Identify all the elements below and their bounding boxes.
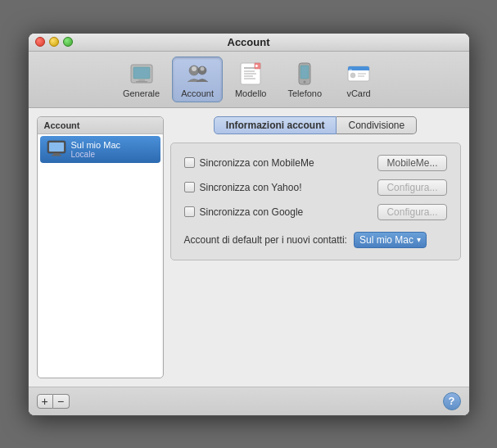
default-account-label: Account di default per i nuovi contatti: [184,234,347,246]
sync-left-yahoo: Sincronizza con Yahoo! [184,182,302,193]
checkbox-mobileme[interactable] [184,157,195,168]
main-window: Account Generale [28,33,470,416]
toolbar-account-label: Account [181,88,214,98]
toolbar: Generale Account [29,52,469,108]
toolbar-modello-label: Modello [235,88,267,98]
svg-rect-2 [138,79,145,81]
svg-text:@: @ [349,68,352,72]
remove-account-button[interactable]: − [53,394,70,409]
select-arrow-icon: ▾ [417,235,421,244]
help-button[interactable]: ? [443,392,461,410]
modello-icon [237,61,264,87]
toolbar-telefono-label: Telefono [287,88,322,98]
sync-row-google: Sincronizza con Google Configura... [184,204,447,220]
traffic-lights [35,37,73,47]
options-panel: Sincronizza con MobileMe MobileMe... Sin… [170,143,461,260]
svg-rect-17 [300,66,309,79]
add-account-button[interactable]: + [37,394,53,409]
main-panel: Informazioni account Condivisione Sincro… [170,116,461,378]
tab-condivisione[interactable]: Condivisione [337,116,417,134]
default-account-row: Account di default per i nuovi contatti:… [184,232,447,248]
svg-point-7 [201,66,205,70]
sidebar-item-subtitle: Locale [71,150,121,159]
account-icon [184,61,210,87]
svg-point-18 [304,80,306,83]
svg-rect-1 [133,67,150,79]
default-account-select[interactable]: Sul mio Mac ▾ [354,232,427,248]
toolbar-generale-label: Generale [123,88,160,98]
svg-rect-27 [49,143,64,152]
generale-icon [129,61,155,87]
yahoo-button[interactable]: Configura... [377,179,446,196]
close-button[interactable] [35,37,45,47]
mobileme-button[interactable]: MobileMe... [377,155,446,171]
checkbox-yahoo[interactable] [184,182,195,192]
svg-rect-29 [52,155,61,156]
sidebar-item-sul-mio-mac[interactable]: Sul mio Mac Locale [40,136,160,163]
svg-rect-28 [53,153,60,155]
toolbar-item-vcard[interactable]: @ vCard [334,57,383,102]
bottom-bar: + − ? [29,387,469,415]
sync-left-mobileme: Sincronizza con MobileMe [184,157,314,169]
computer-icon [47,140,66,159]
google-button[interactable]: Configura... [377,204,446,220]
toolbar-vcard-label: vCard [346,88,370,98]
sync-label-yahoo: Sincronizza con Yahoo! [200,182,302,193]
sync-left-google: Sincronizza con Google [184,206,304,218]
svg-point-5 [192,66,197,71]
sidebar-header: Account [38,117,163,134]
sync-row-yahoo: Sincronizza con Yahoo! Configura... [184,179,447,196]
sidebar-list: Sul mio Mac Locale [38,134,163,378]
sidebar-item-name: Sul mio Mac [71,140,121,150]
tab-informazioni[interactable]: Informazioni account [214,116,337,134]
sync-row-mobileme: Sincronizza con MobileMe MobileMe... [184,155,447,171]
toolbar-item-modello[interactable]: Modello [226,57,276,102]
telefono-icon [291,61,318,87]
vcard-icon: @ [346,61,372,87]
titlebar: Account [29,34,469,52]
svg-rect-3 [136,81,147,83]
window-title: Account [228,36,270,48]
checkbox-google[interactable] [184,206,195,217]
add-remove-buttons: + − [37,394,70,409]
svg-point-22 [350,73,355,78]
maximize-button[interactable] [63,37,73,47]
content-area: Account Sul mio Mac [29,108,469,387]
toolbar-item-telefono[interactable]: Telefono [278,57,331,102]
toolbar-item-generale[interactable]: Generale [114,57,169,102]
tab-bar: Informazioni account Condivisione [170,116,461,134]
default-account-value: Sul mio Mac [359,234,413,246]
toolbar-item-account[interactable]: Account [172,57,223,102]
content-wrapper: Account Sul mio Mac [29,108,469,387]
sidebar-item-text: Sul mio Mac Locale [71,140,121,159]
sync-label-mobileme: Sincronizza con MobileMe [200,157,314,169]
minimize-button[interactable] [49,37,59,47]
sync-label-google: Sincronizza con Google [200,206,304,218]
accounts-sidebar: Account Sul mio Mac [37,116,164,378]
